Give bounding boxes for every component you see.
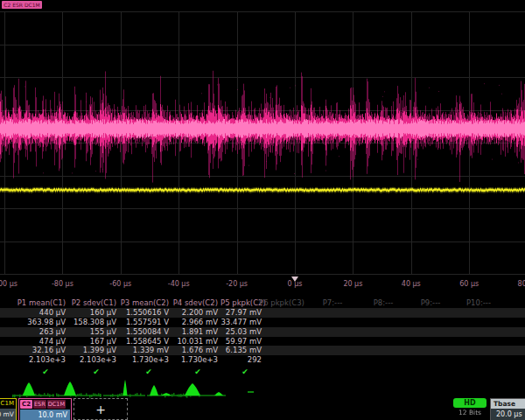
measurement-cell: 2.103e+3 [68,355,119,365]
measurement-cell: 363.98 µV [0,318,68,327]
status-ok-icon: ✔ [145,367,152,377]
measurement-cell: 474 µV [0,337,68,346]
measurement-table: P1 mean(C1)P2 sdev(C1)P3 mean(C2)P4 sdev… [0,298,525,365]
parameter-header-unused[interactable]: P9:--- [421,298,441,308]
measurement-cell: 292 [220,355,264,365]
parameter-header-p1[interactable]: P1 mean(C1) [0,298,68,308]
time-axis-label: -20 µs [226,280,248,288]
parameter-header-unused[interactable]: P8:--- [374,298,394,308]
hd-mode-button[interactable]: HD [453,398,486,408]
c2-volts-per-div: 10.0 mV [20,410,70,420]
measurement-cell: 1.399 µV [68,346,119,355]
trigger-position-marker[interactable] [291,276,298,282]
parameter-header-p3[interactable]: P3 mean(C2) [119,298,172,308]
timebase-value: 20.0 µs [491,409,525,420]
time-axis-label: 60 µs [459,280,479,288]
measurement-cell: 1.730e+3 [172,355,220,365]
timebase-descriptor[interactable]: Tbase 20.0 µs [490,398,525,420]
status-ok-icon: ✔ [242,367,248,377]
measurement-cell: 10.031 mV [172,337,220,346]
time-axis-label: -100 µs [0,280,18,288]
measurement-cell: 6.135 mV [220,346,264,355]
timebase-label: Tbase [491,399,525,409]
time-axis-label: 20 µs [343,280,362,288]
trace-descriptor-badge: C2 ESR DC1M [2,1,42,9]
c1-volts-per-div: 0 mV [0,409,16,420]
c2-esr-chip: ESR [33,400,46,409]
c1-coupling-label: C1M [0,399,16,408]
measurement-cell: 59.97 mV [220,337,264,346]
parameter-header-unused[interactable]: P6 pkpk(C3) [259,298,304,308]
measurement-cell: 2.103e+3 [0,355,68,365]
status-ok-icon: ✔ [93,367,100,377]
status-ok-icon: ✔ [42,367,49,377]
oscilloscope-screen: C2 ESR DC1M -100 µs-80 µs-60 µs-40 µs-20… [0,0,525,420]
measurement-cell: 1.550084 V [119,327,172,337]
time-axis-label: 40 µs [402,280,421,288]
measurement-cell: 440 µV [0,308,68,318]
parameter-header-unused[interactable]: P7:--- [323,298,343,308]
measurement-cell: 1.558645 V [119,337,172,346]
c2-channel-chip: C2 [20,400,32,409]
measurement-cell: 158.308 µV [68,318,119,327]
measurement-cell: 1.891 mV [172,327,220,337]
measurement-cell: 2.200 mV [172,308,220,318]
measurement-cell: 155 µV [68,327,119,337]
measurement-cell: 25.03 mV [220,327,264,337]
histicon-fragment [248,391,254,393]
c2-coupling-chip: DC1M [47,400,66,409]
measurement-cell: 1.339 mV [119,346,172,355]
parameter-header-p4[interactable]: P4 sdev(C2) [172,298,220,308]
parameter-header-p2[interactable]: P2 sdev(C1) [68,298,119,308]
measurement-cell: 1.730e+3 [119,355,172,365]
measurement-cell: 1.550616 V [119,308,172,318]
channel-c1-descriptor[interactable]: C1M 0 mV [0,398,17,420]
measurement-cell: 1.676 mV [172,346,220,355]
channel-c2-descriptor[interactable]: C2 ESR DC1M 10.0 mV [18,398,72,420]
time-axis-label: -80 µs [52,280,74,288]
hd-bits-label: 12 Bits [450,409,490,416]
time-axis-label: -60 µs [109,280,131,288]
measurement-cell: 167 µV [68,337,119,346]
time-axis-label: -40 µs [168,280,190,288]
histicon-strip[interactable] [0,377,525,398]
measurement-status-row: ✔✔✔✔✔ [0,367,525,377]
parameter-header-p5[interactable]: P5 pkpk(C2) [220,298,264,308]
parameter-header-unused[interactable]: P10:--- [466,298,491,308]
measurement-cell: 33.477 mV [220,318,264,327]
add-trace-button[interactable]: + [74,398,128,420]
status-ok-icon: ✔ [194,367,201,377]
measurement-cell: 2.966 mV [172,318,220,327]
time-axis-label: 80 µs [518,280,525,288]
waveform-display[interactable] [0,0,525,276]
measurement-cell: 1.557591 V [119,318,172,327]
measurement-cell: 32.16 µV [0,346,68,355]
measurement-cell: 263 µV [0,327,68,337]
measurement-cell: 160 µV [68,308,119,318]
measurement-cell: 27.97 mV [220,308,264,318]
